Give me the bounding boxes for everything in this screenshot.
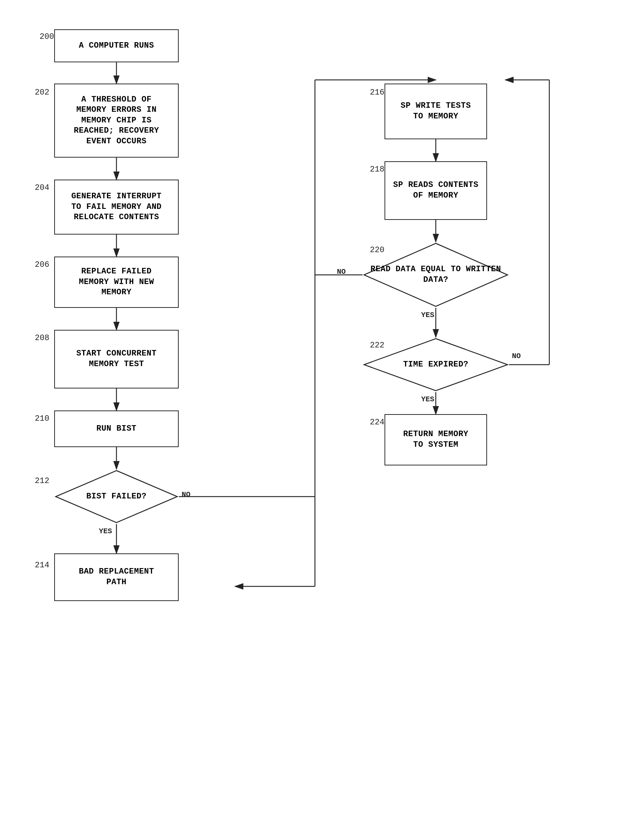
box-start-concurrent: START CONCURRENT MEMORY TEST <box>54 330 179 388</box>
label-202: 202 <box>35 88 49 97</box>
box-run-bist: RUN BIST <box>54 411 179 447</box>
label-200: 200 <box>39 32 54 41</box>
flowchart-diagram: 200 A COMPUTER RUNS 202 A THRESHOLD OF M… <box>0 0 635 840</box>
label-206: 206 <box>35 260 49 269</box>
box-sp-reads: SP READS CONTENTS OF MEMORY <box>384 161 487 220</box>
label-no-212: NO <box>182 490 191 499</box>
box-replace-memory: REPLACE FAILED MEMORY WITH NEW MEMORY <box>54 257 179 308</box>
label-yes-222: YES <box>421 395 434 404</box>
label-218: 218 <box>370 165 384 174</box>
box-threshold: A THRESHOLD OF MEMORY ERRORS IN MEMORY C… <box>54 84 179 158</box>
box-computer-runs: A COMPUTER RUNS <box>54 29 179 62</box>
box-bad-replacement: BAD REPLACEMENT PATH <box>54 553 179 601</box>
label-208: 208 <box>35 333 49 343</box>
diamond-time-expired: TIME EXPIRED? <box>362 337 509 392</box>
diamond-bist-failed: BIST FAILED? <box>54 469 179 524</box>
box-sp-write-tests: SP WRITE TESTS TO MEMORY <box>384 84 487 139</box>
label-210: 210 <box>35 414 49 423</box>
diamond-read-data: READ DATA EQUAL TO WRITTEN DATA? <box>362 242 509 308</box>
label-no-222: NO <box>512 352 521 360</box>
label-no-220: NO <box>337 268 346 276</box>
box-generate-interrupt: GENERATE INTERRUPT TO FAIL MEMORY AND RE… <box>54 180 179 235</box>
label-yes-212: YES <box>99 527 112 535</box>
box-return-memory: RETURN MEMORY TO SYSTEM <box>384 414 487 466</box>
label-216: 216 <box>370 88 384 97</box>
label-212: 212 <box>35 477 49 486</box>
label-224: 224 <box>370 418 384 427</box>
label-204: 204 <box>35 183 49 193</box>
label-214: 214 <box>35 561 49 570</box>
label-yes-220: YES <box>421 311 434 319</box>
